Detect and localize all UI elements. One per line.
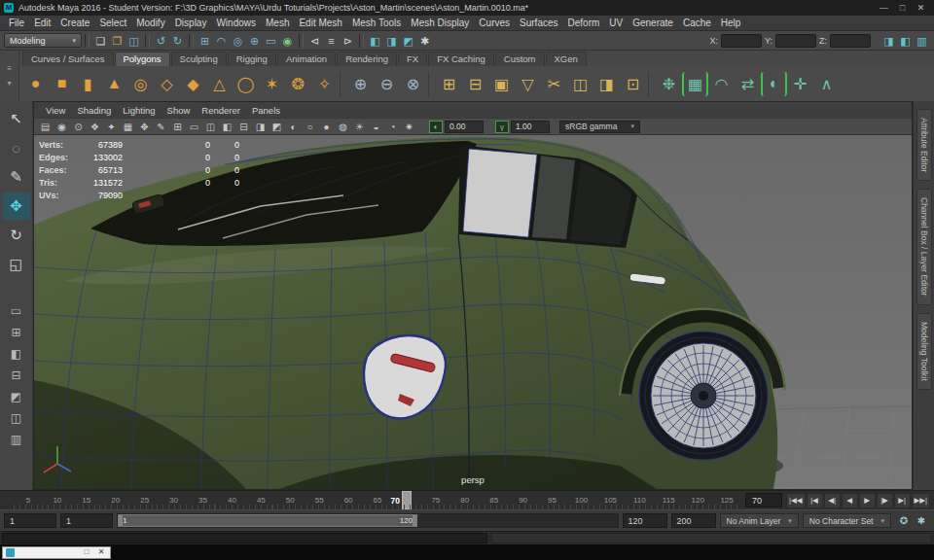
exposure-icon[interactable]: ◐ bbox=[429, 121, 443, 133]
field-chart-icon[interactable]: ⊟ bbox=[235, 122, 252, 132]
sculpt-tool-icon[interactable]: ❉ bbox=[656, 70, 682, 98]
menu-item[interactable]: Windows bbox=[211, 16, 261, 30]
animation-preferences-button[interactable]: ✱ bbox=[913, 515, 930, 526]
playback-range-bar[interactable]: 1 120 bbox=[118, 514, 417, 527]
toggle-tool-settings-icon[interactable]: ◧ bbox=[897, 32, 914, 50]
menu-item[interactable]: Cache bbox=[678, 16, 716, 30]
safe-action-icon[interactable]: ◨ bbox=[252, 122, 269, 132]
snap-to-view-plane-icon[interactable]: ▭ bbox=[263, 32, 279, 50]
ipr-render-icon[interactable]: ◩ bbox=[400, 32, 416, 50]
crease-icon[interactable]: ∧ bbox=[813, 70, 840, 98]
menu-item[interactable]: Create bbox=[55, 16, 94, 30]
persp-graph-layout-button[interactable]: ⊟ bbox=[4, 366, 29, 385]
poly-helix-icon[interactable]: ✶ bbox=[259, 70, 285, 98]
2d-pan-zoom-icon[interactable]: ✥ bbox=[136, 122, 153, 132]
playback-end-input[interactable]: 120 bbox=[623, 513, 667, 528]
viewport-canvas[interactable]: Verts: 67389 0 0 Edges: 133002 0 0 Faces… bbox=[34, 135, 912, 489]
quad-draw-icon[interactable]: ▦ bbox=[682, 72, 708, 96]
shelf-tab[interactable]: FX Caching bbox=[428, 52, 494, 66]
input-connections-icon[interactable]: ⊲ bbox=[306, 32, 323, 50]
shelf-tab[interactable]: Curves / Surfaces bbox=[22, 52, 114, 66]
toggle-attribute-editor-icon[interactable]: ◨ bbox=[880, 32, 897, 50]
exposure-input[interactable]: 0.00 bbox=[445, 121, 484, 133]
script-input-field[interactable] bbox=[2, 533, 487, 543]
tab-channel-box-layer-editor[interactable]: Channel Box / Layer Editor bbox=[916, 189, 932, 305]
step-forward-frame-button[interactable]: ▶| bbox=[894, 493, 911, 508]
menu-item[interactable]: Select bbox=[94, 16, 131, 30]
persp-uv-layout-button[interactable]: ◫ bbox=[4, 408, 29, 428]
camera-attributes-icon[interactable]: ❖ bbox=[87, 122, 103, 132]
insert-edge-loop-icon[interactable]: ◫ bbox=[567, 70, 593, 98]
tab-modeling-toolkit[interactable]: Modeling Toolkit bbox=[916, 313, 932, 390]
poly-prism-icon[interactable]: ◆ bbox=[180, 70, 206, 98]
mini-close-button[interactable]: ✕ bbox=[95, 546, 107, 558]
step-forward-key-button[interactable]: |▶ bbox=[877, 493, 893, 508]
mirror-icon[interactable]: ◐ bbox=[761, 72, 787, 96]
menu-item[interactable]: Display bbox=[170, 16, 212, 30]
render-current-frame-icon[interactable]: ◨ bbox=[383, 32, 400, 50]
boolean-intersection-icon[interactable]: ⊗ bbox=[400, 70, 426, 98]
platonic-solid-icon[interactable]: ✧ bbox=[311, 70, 338, 98]
shelf-tab[interactable]: Animation bbox=[277, 52, 336, 66]
make-live-icon[interactable]: ◉ bbox=[279, 32, 296, 50]
menu-item[interactable]: Surfaces bbox=[515, 16, 562, 30]
panel-menu-item[interactable]: Lighting bbox=[117, 105, 161, 116]
shelf-tab-menu-icon[interactable]: ≡ bbox=[7, 64, 12, 73]
poly-pipe-icon[interactable]: ◯ bbox=[233, 70, 259, 98]
open-scene-icon[interactable]: ❐ bbox=[109, 32, 126, 50]
output-connections-icon[interactable]: ⊳ bbox=[340, 32, 356, 50]
go-to-start-button[interactable]: |◀◀ bbox=[786, 493, 805, 508]
persp-outliner-layout-button[interactable]: ◧ bbox=[4, 344, 29, 364]
snap-to-curve-icon[interactable]: ◠ bbox=[213, 32, 230, 50]
bookmark-icon[interactable]: ✦ bbox=[103, 122, 120, 132]
gate-mask-icon[interactable]: ◧ bbox=[219, 122, 235, 132]
scale-tool[interactable]: ◱ bbox=[3, 251, 30, 278]
panel-menu-item[interactable]: Show bbox=[162, 105, 197, 116]
snap-to-projected-center-icon[interactable]: ⊕ bbox=[246, 32, 263, 50]
anti-aliasing-icon[interactable]: ✷ bbox=[401, 122, 417, 132]
character-set-dropdown[interactable]: No Character Set ▾ bbox=[803, 513, 891, 528]
outliner-layout-button[interactable]: ▥ bbox=[4, 430, 29, 449]
anim-layer-dropdown[interactable]: No Anim Layer ▾ bbox=[720, 513, 799, 528]
multi-cut-icon[interactable]: ✂ bbox=[541, 70, 567, 98]
gamma-icon[interactable]: γ bbox=[495, 121, 509, 133]
time-slider-track[interactable]: 70 5101520253035404550556065707580859095… bbox=[14, 491, 741, 509]
select-camera-icon[interactable]: ◉ bbox=[54, 122, 70, 132]
bridge-icon[interactable]: ◠ bbox=[708, 70, 735, 98]
menu-item[interactable]: Mesh bbox=[261, 16, 294, 30]
lasso-select-tool[interactable]: ◌ bbox=[3, 134, 30, 161]
toggle-channel-box-icon[interactable]: ▥ bbox=[914, 32, 930, 50]
combine-icon[interactable]: ⊞ bbox=[436, 70, 462, 98]
lighting-toggle-icon[interactable]: ☀ bbox=[351, 122, 368, 132]
snap-to-grid-icon[interactable]: ⊞ bbox=[197, 32, 213, 50]
poly-plane-icon[interactable]: ◇ bbox=[154, 70, 180, 98]
image-plane-icon[interactable]: ▦ bbox=[120, 122, 136, 132]
shadows-toggle-icon[interactable]: ◒ bbox=[368, 122, 384, 132]
ambient-occlusion-icon[interactable]: ◔ bbox=[384, 122, 401, 132]
panel-menu-item[interactable]: Panels bbox=[246, 105, 286, 116]
panel-menu-item[interactable]: Shading bbox=[71, 105, 117, 116]
redo-icon[interactable]: ↻ bbox=[169, 32, 186, 50]
hypershade-layout-button[interactable]: ◩ bbox=[4, 387, 29, 406]
animation-end-input[interactable]: 200 bbox=[671, 513, 716, 528]
animation-start-input[interactable]: 1 bbox=[4, 513, 56, 528]
shelf-options-icon[interactable]: ▾ bbox=[7, 79, 11, 88]
menu-set-selector[interactable]: Modeling ▾ bbox=[4, 33, 82, 48]
close-button[interactable]: ✕ bbox=[912, 0, 930, 16]
single-pane-layout-button[interactable]: ▭ bbox=[4, 301, 29, 321]
panel-menu-item[interactable]: Renderer bbox=[196, 105, 246, 116]
textured-display-icon[interactable]: ◍ bbox=[335, 122, 351, 132]
menu-item[interactable]: UV bbox=[604, 16, 628, 30]
offset-edge-loop-icon[interactable]: ◨ bbox=[593, 70, 620, 98]
go-to-end-button[interactable]: ▶▶| bbox=[912, 493, 930, 508]
shelf-tab[interactable]: Polygons bbox=[115, 52, 170, 66]
view-transform-dropdown[interactable]: sRGB gamma ▾ bbox=[559, 121, 640, 133]
current-frame-input[interactable]: 70 bbox=[745, 493, 782, 508]
select-tool[interactable]: ↖ bbox=[3, 105, 30, 132]
grid-toggle-icon[interactable]: ⊞ bbox=[169, 122, 186, 132]
minimize-button[interactable]: — bbox=[875, 0, 893, 16]
resolution-gate-icon[interactable]: ◫ bbox=[202, 122, 219, 132]
menu-item[interactable]: Curves bbox=[474, 16, 515, 30]
menu-item[interactable]: Modify bbox=[131, 16, 169, 30]
shelf-tab[interactable]: Custom bbox=[495, 52, 545, 66]
